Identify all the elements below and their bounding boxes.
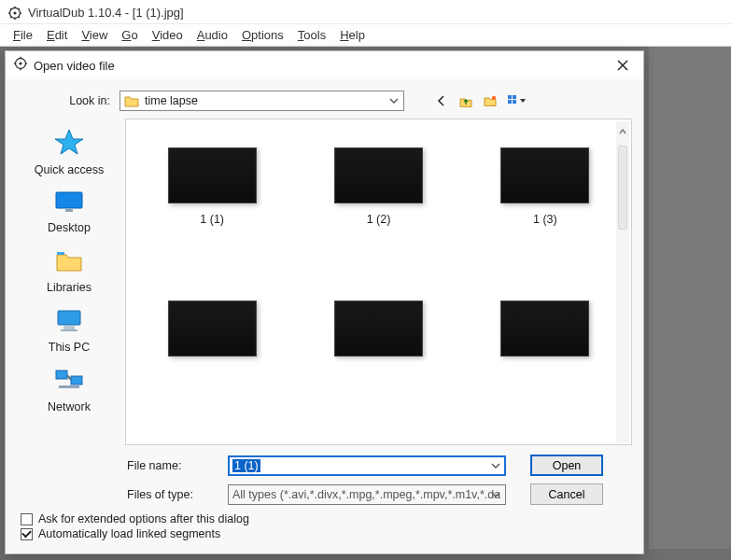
thumbnail bbox=[168, 147, 257, 203]
place-label: Desktop bbox=[48, 221, 91, 234]
filetype-label: Files of type: bbox=[127, 488, 217, 501]
checkbox-label: Ask for extended options after this dial… bbox=[38, 512, 249, 525]
chevron-down-icon bbox=[490, 488, 501, 504]
app-titlebar: VirtualDub 1.10.4 - [1 (1).jpg] bbox=[0, 0, 731, 24]
thumbnail bbox=[500, 147, 589, 203]
menu-audio[interactable]: Audio bbox=[191, 26, 233, 44]
preview-area bbox=[649, 47, 731, 549]
filetype-value: All types (*.avi,*.divx,*.mpg,*.mpeg,*.m… bbox=[232, 488, 500, 501]
file-item[interactable]: 1 (1) bbox=[134, 147, 290, 226]
file-item[interactable] bbox=[134, 301, 290, 366]
svg-rect-25 bbox=[57, 252, 64, 255]
star-icon bbox=[53, 128, 85, 160]
desktop-icon bbox=[53, 189, 85, 217]
checkbox-extended-options[interactable]: Ask for extended options after this dial… bbox=[21, 512, 632, 525]
menu-view[interactable]: View bbox=[76, 26, 113, 44]
svg-point-1 bbox=[13, 11, 16, 14]
open-button[interactable]: Open bbox=[530, 455, 603, 476]
place-label: Network bbox=[48, 400, 91, 413]
place-quick-access[interactable]: Quick access bbox=[35, 128, 104, 176]
place-label: Libraries bbox=[47, 281, 91, 294]
svg-rect-32 bbox=[59, 385, 79, 388]
thumbnail bbox=[168, 301, 257, 357]
thumbnail bbox=[500, 301, 589, 357]
svg-point-11 bbox=[19, 62, 21, 64]
lookin-row: Look in: time lapse bbox=[17, 91, 632, 111]
svg-rect-24 bbox=[65, 209, 73, 212]
place-libraries[interactable]: Libraries bbox=[47, 247, 91, 294]
place-network[interactable]: Network bbox=[48, 367, 91, 413]
view-menu-icon[interactable] bbox=[507, 93, 527, 108]
svg-rect-22 bbox=[513, 100, 516, 104]
computer-icon bbox=[53, 307, 85, 337]
menu-video[interactable]: Video bbox=[147, 26, 189, 44]
svg-line-31 bbox=[67, 375, 71, 380]
file-name: 1 (3) bbox=[533, 213, 557, 226]
menu-help[interactable]: Help bbox=[334, 26, 371, 44]
up-folder-icon[interactable] bbox=[458, 93, 473, 108]
checkbox-icon bbox=[21, 513, 33, 525]
gear-icon bbox=[7, 6, 22, 21]
places-bar: Quick access Desktop Libraries This PC N… bbox=[17, 119, 121, 445]
svg-rect-19 bbox=[508, 95, 512, 99]
menu-go[interactable]: Go bbox=[116, 26, 143, 44]
filename-input[interactable]: 1 (1) bbox=[228, 455, 506, 476]
cancel-button[interactable]: Cancel bbox=[530, 483, 603, 505]
svg-rect-23 bbox=[56, 192, 82, 208]
menu-options[interactable]: Options bbox=[236, 26, 289, 44]
network-icon bbox=[53, 367, 85, 397]
folder-icon bbox=[124, 94, 139, 107]
lookin-combo[interactable]: time lapse bbox=[119, 91, 404, 111]
dialog-titlebar: Open video file bbox=[6, 51, 643, 79]
file-name: 1 (1) bbox=[200, 213, 224, 226]
svg-rect-30 bbox=[71, 376, 82, 385]
menubar: File Edit View Go Video Audio Options To… bbox=[0, 24, 731, 47]
libraries-icon bbox=[53, 247, 85, 277]
file-item[interactable]: 1 (3) bbox=[467, 147, 624, 226]
new-folder-icon[interactable] bbox=[483, 93, 498, 108]
close-button[interactable] bbox=[610, 55, 636, 76]
svg-rect-21 bbox=[508, 100, 512, 104]
svg-rect-28 bbox=[61, 329, 77, 331]
dialog-title: Open video file bbox=[34, 59, 610, 73]
svg-rect-20 bbox=[513, 95, 516, 99]
checkbox-icon bbox=[21, 528, 33, 540]
lookin-value: time lapse bbox=[145, 94, 198, 107]
chevron-down-icon bbox=[388, 94, 400, 110]
app-title: VirtualDub 1.10.4 - [1 (1).jpg] bbox=[28, 6, 184, 20]
open-file-dialog: Open video file Look in: time lapse bbox=[5, 50, 644, 554]
back-icon[interactable] bbox=[434, 93, 449, 108]
filetype-select[interactable]: All types (*.avi,*.divx,*.mpg,*.mpeg,*.m… bbox=[228, 484, 506, 505]
place-label: Quick access bbox=[35, 163, 104, 176]
toolbar-icons bbox=[434, 93, 527, 108]
svg-rect-29 bbox=[56, 371, 67, 379]
file-name: 1 (2) bbox=[367, 213, 391, 226]
checkbox-autoload-segments[interactable]: Automatically load linked segments bbox=[21, 527, 632, 540]
thumbnail bbox=[334, 301, 423, 357]
svg-rect-27 bbox=[63, 326, 75, 329]
place-this-pc[interactable]: This PC bbox=[49, 307, 90, 354]
gear-icon bbox=[13, 56, 28, 75]
file-item[interactable] bbox=[467, 301, 624, 366]
file-list[interactable]: 1 (1) 1 (2) 1 (3) bbox=[125, 119, 632, 445]
file-item[interactable]: 1 (2) bbox=[300, 147, 457, 226]
menu-edit[interactable]: Edit bbox=[41, 26, 73, 44]
scroll-thumb[interactable] bbox=[618, 146, 627, 230]
scrollbar[interactable] bbox=[616, 121, 629, 442]
file-item[interactable] bbox=[300, 301, 457, 366]
svg-rect-26 bbox=[58, 311, 80, 325]
svg-point-18 bbox=[492, 96, 496, 100]
chevron-down-icon bbox=[490, 459, 501, 475]
lookin-label: Look in: bbox=[17, 94, 110, 107]
thumbnail bbox=[334, 147, 423, 203]
filename-value: 1 (1) bbox=[232, 459, 260, 472]
place-desktop[interactable]: Desktop bbox=[48, 189, 91, 234]
menu-file[interactable]: File bbox=[7, 26, 38, 44]
place-label: This PC bbox=[49, 341, 90, 354]
scroll-up-icon[interactable] bbox=[618, 123, 627, 140]
checkbox-label: Automatically load linked segments bbox=[38, 527, 220, 540]
filename-label: File name: bbox=[127, 459, 217, 472]
menu-tools[interactable]: Tools bbox=[292, 26, 331, 44]
